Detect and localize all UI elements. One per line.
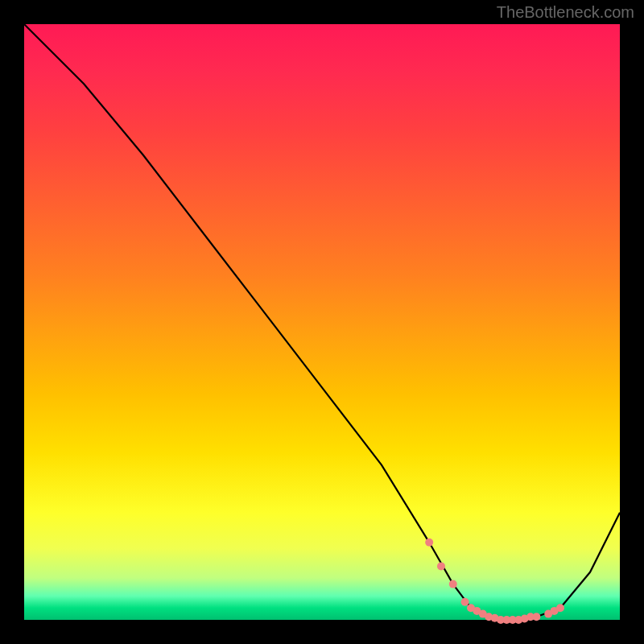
- watermark-text: TheBottleneck.com: [497, 3, 634, 22]
- highlight-marker: [461, 598, 469, 606]
- highlight-markers: [425, 539, 564, 624]
- chart-svg: [24, 24, 620, 620]
- highlight-marker: [437, 562, 445, 570]
- highlight-marker: [449, 580, 457, 588]
- highlight-marker: [556, 604, 564, 612]
- highlight-marker: [532, 613, 540, 621]
- bottleneck-curve-line: [24, 24, 620, 620]
- chart-plot-area: [24, 24, 620, 620]
- highlight-marker: [425, 539, 433, 547]
